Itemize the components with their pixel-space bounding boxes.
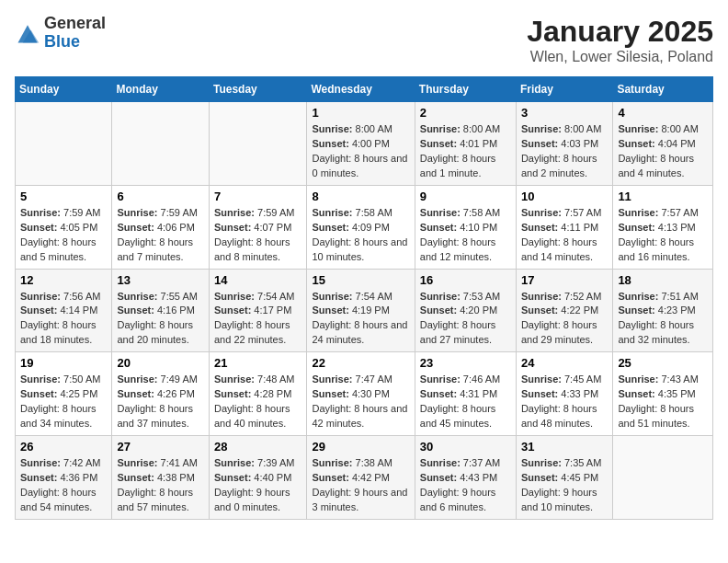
calendar-cell: 7Sunrise: 7:59 AMSunset: 4:07 PMDaylight…: [209, 185, 307, 269]
day-info: Sunrise: 7:57 AMSunset: 4:13 PMDaylight:…: [618, 206, 708, 265]
calendar-cell: 30Sunrise: 7:37 AMSunset: 4:43 PMDayligh…: [415, 436, 516, 520]
page-header: General Blue January 2025 Wlen, Lower Si…: [15, 15, 713, 65]
header-wednesday: Wednesday: [307, 77, 415, 102]
day-info: Sunrise: 7:35 AMSunset: 4:45 PMDaylight:…: [521, 456, 608, 515]
calendar-cell: 23Sunrise: 7:46 AMSunset: 4:31 PMDayligh…: [415, 352, 516, 436]
day-number: 31: [521, 440, 608, 454]
calendar-cell: 29Sunrise: 7:38 AMSunset: 4:42 PMDayligh…: [307, 436, 415, 520]
day-number: 28: [214, 440, 302, 454]
day-number: 7: [214, 190, 302, 203]
day-number: 20: [117, 356, 203, 370]
calendar-cell: 8Sunrise: 7:58 AMSunset: 4:09 PMDaylight…: [307, 185, 415, 269]
day-info: Sunrise: 7:53 AMSunset: 4:20 PMDaylight:…: [420, 290, 511, 349]
day-info: Sunrise: 7:41 AMSunset: 4:38 PMDaylight:…: [117, 456, 203, 515]
day-number: 8: [312, 190, 409, 203]
calendar-cell: 6Sunrise: 7:59 AMSunset: 4:06 PMDaylight…: [112, 185, 209, 269]
day-info: Sunrise: 7:45 AMSunset: 4:33 PMDaylight:…: [521, 373, 608, 431]
day-info: Sunrise: 7:59 AMSunset: 4:06 PMDaylight:…: [117, 206, 203, 265]
logo-blue-text: Blue: [44, 33, 106, 52]
calendar-week-row: 5Sunrise: 7:59 AMSunset: 4:05 PMDaylight…: [16, 185, 713, 269]
calendar-cell: 1Sunrise: 8:00 AMSunset: 4:00 PMDaylight…: [307, 102, 415, 186]
day-number: 30: [420, 440, 511, 454]
logo-general-text: General: [44, 15, 106, 33]
calendar-cell: 31Sunrise: 7:35 AMSunset: 4:45 PMDayligh…: [516, 436, 612, 520]
calendar-cell: 4Sunrise: 8:00 AMSunset: 4:04 PMDaylight…: [613, 102, 713, 186]
calendar-week-row: 26Sunrise: 7:42 AMSunset: 4:36 PMDayligh…: [16, 436, 713, 520]
calendar-week-row: 1Sunrise: 8:00 AMSunset: 4:00 PMDaylight…: [16, 102, 713, 186]
calendar-title-block: January 2025 Wlen, Lower Silesia, Poland: [527, 15, 713, 65]
day-number: 10: [521, 190, 608, 203]
day-info: Sunrise: 7:43 AMSunset: 4:35 PMDaylight:…: [618, 373, 708, 431]
calendar-cell: 18Sunrise: 7:51 AMSunset: 4:23 PMDayligh…: [613, 269, 713, 352]
calendar-cell: 27Sunrise: 7:41 AMSunset: 4:38 PMDayligh…: [112, 436, 209, 520]
calendar-body: 1Sunrise: 8:00 AMSunset: 4:00 PMDaylight…: [16, 102, 713, 520]
calendar-cell: 13Sunrise: 7:55 AMSunset: 4:16 PMDayligh…: [112, 269, 209, 352]
calendar-cell: [16, 102, 112, 186]
day-number: 9: [420, 190, 511, 203]
calendar-header: Sunday Monday Tuesday Wednesday Thursday…: [16, 77, 713, 102]
calendar-cell: 22Sunrise: 7:47 AMSunset: 4:30 PMDayligh…: [307, 352, 415, 436]
day-number: 13: [117, 273, 203, 287]
calendar-cell: 25Sunrise: 7:43 AMSunset: 4:35 PMDayligh…: [613, 352, 713, 436]
day-info: Sunrise: 8:00 AMSunset: 4:04 PMDaylight:…: [618, 122, 708, 181]
day-info: Sunrise: 8:00 AMSunset: 4:03 PMDaylight:…: [521, 122, 608, 181]
calendar-cell: 28Sunrise: 7:39 AMSunset: 4:40 PMDayligh…: [209, 436, 307, 520]
day-info: Sunrise: 7:58 AMSunset: 4:10 PMDaylight:…: [420, 206, 511, 265]
header-row: Sunday Monday Tuesday Wednesday Thursday…: [16, 77, 713, 102]
calendar-subtitle: Wlen, Lower Silesia, Poland: [527, 49, 713, 65]
day-info: Sunrise: 7:49 AMSunset: 4:26 PMDaylight:…: [117, 373, 203, 431]
day-number: 27: [117, 440, 203, 454]
day-number: 23: [420, 356, 511, 370]
day-info: Sunrise: 7:55 AMSunset: 4:16 PMDaylight:…: [117, 290, 203, 349]
day-number: 2: [420, 106, 511, 120]
day-number: 19: [20, 356, 107, 370]
day-info: Sunrise: 7:38 AMSunset: 4:42 PMDaylight:…: [312, 456, 409, 515]
calendar-cell: 11Sunrise: 7:57 AMSunset: 4:13 PMDayligh…: [613, 185, 713, 269]
day-info: Sunrise: 7:56 AMSunset: 4:14 PMDaylight:…: [20, 290, 107, 349]
calendar-cell: 21Sunrise: 7:48 AMSunset: 4:28 PMDayligh…: [209, 352, 307, 436]
logo: General Blue: [15, 15, 106, 52]
calendar-week-row: 12Sunrise: 7:56 AMSunset: 4:14 PMDayligh…: [16, 269, 713, 352]
day-info: Sunrise: 7:39 AMSunset: 4:40 PMDaylight:…: [214, 456, 302, 515]
calendar-title: January 2025: [527, 15, 713, 49]
day-info: Sunrise: 7:57 AMSunset: 4:11 PMDaylight:…: [521, 206, 608, 265]
calendar-cell: 9Sunrise: 7:58 AMSunset: 4:10 PMDaylight…: [415, 185, 516, 269]
calendar-cell: [209, 102, 307, 186]
calendar-cell: 2Sunrise: 8:00 AMSunset: 4:01 PMDaylight…: [415, 102, 516, 186]
day-info: Sunrise: 7:54 AMSunset: 4:17 PMDaylight:…: [214, 290, 302, 349]
day-info: Sunrise: 7:52 AMSunset: 4:22 PMDaylight:…: [521, 290, 608, 349]
day-number: 29: [312, 440, 409, 454]
day-number: 22: [312, 356, 409, 370]
day-number: 14: [214, 273, 302, 287]
calendar-cell: 17Sunrise: 7:52 AMSunset: 4:22 PMDayligh…: [516, 269, 612, 352]
calendar-cell: 19Sunrise: 7:50 AMSunset: 4:25 PMDayligh…: [16, 352, 112, 436]
day-info: Sunrise: 7:48 AMSunset: 4:28 PMDaylight:…: [214, 373, 302, 431]
day-number: 26: [20, 440, 107, 454]
day-info: Sunrise: 8:00 AMSunset: 4:01 PMDaylight:…: [420, 122, 511, 181]
logo-icon: [15, 20, 40, 46]
day-info: Sunrise: 7:54 AMSunset: 4:19 PMDaylight:…: [312, 290, 409, 349]
day-info: Sunrise: 7:59 AMSunset: 4:07 PMDaylight:…: [214, 206, 302, 265]
calendar-cell: 20Sunrise: 7:49 AMSunset: 4:26 PMDayligh…: [112, 352, 209, 436]
day-info: Sunrise: 7:37 AMSunset: 4:43 PMDaylight:…: [420, 456, 511, 515]
day-number: 15: [312, 273, 409, 287]
day-info: Sunrise: 7:47 AMSunset: 4:30 PMDaylight:…: [312, 373, 409, 431]
calendar-cell: [112, 102, 209, 186]
day-number: 5: [20, 190, 107, 203]
header-tuesday: Tuesday: [209, 77, 307, 102]
calendar-cell: 16Sunrise: 7:53 AMSunset: 4:20 PMDayligh…: [415, 269, 516, 352]
day-number: 11: [618, 190, 708, 203]
calendar-week-row: 19Sunrise: 7:50 AMSunset: 4:25 PMDayligh…: [16, 352, 713, 436]
calendar-cell: 24Sunrise: 7:45 AMSunset: 4:33 PMDayligh…: [516, 352, 612, 436]
day-info: Sunrise: 7:51 AMSunset: 4:23 PMDaylight:…: [618, 290, 708, 349]
day-number: 12: [20, 273, 107, 287]
day-number: 3: [521, 106, 608, 120]
calendar-cell: 14Sunrise: 7:54 AMSunset: 4:17 PMDayligh…: [209, 269, 307, 352]
day-number: 4: [618, 106, 708, 120]
header-saturday: Saturday: [613, 77, 713, 102]
header-monday: Monday: [112, 77, 209, 102]
day-info: Sunrise: 7:58 AMSunset: 4:09 PMDaylight:…: [312, 206, 409, 265]
calendar-table: Sunday Monday Tuesday Wednesday Thursday…: [15, 76, 713, 520]
header-sunday: Sunday: [16, 77, 112, 102]
calendar-cell: 12Sunrise: 7:56 AMSunset: 4:14 PMDayligh…: [16, 269, 112, 352]
